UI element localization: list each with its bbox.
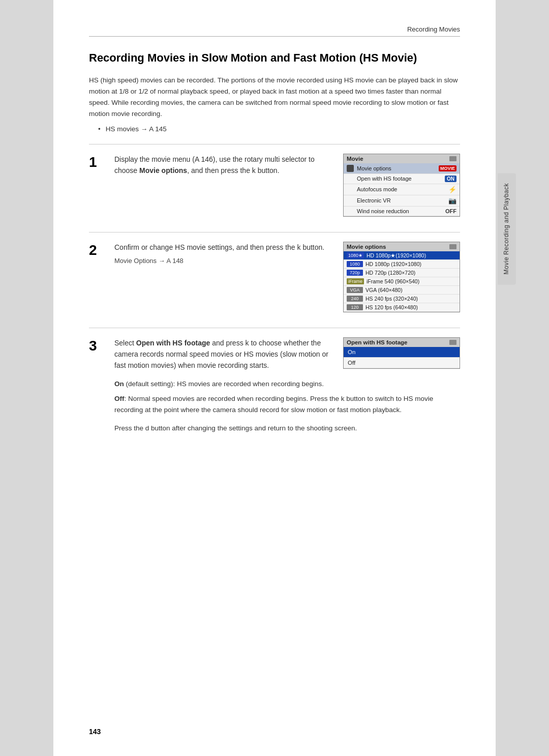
- header-title: Recording Movies: [407, 25, 460, 33]
- page-title: Recording Movies in Slow Motion and Fast…: [89, 51, 460, 66]
- res-row-iframe: iFrame iFrame 540 (960×540): [344, 277, 460, 286]
- intro-text: HS (high speed) movies can be recorded. …: [89, 75, 460, 120]
- page-content: Movie Recording and Playback Recording M…: [53, 0, 496, 756]
- page-header: Recording Movies: [89, 25, 460, 37]
- screen-2-icon: [449, 244, 456, 249]
- step-2-content: Confirm or change HS movie settings, and…: [114, 242, 460, 312]
- screen-row-hs-footage: Open with HS footage ON: [344, 174, 460, 184]
- side-tab: Movie Recording and Playback: [498, 173, 516, 284]
- res-row-vga: VGA VGA (640×480): [344, 286, 460, 295]
- hs-row-on: On: [344, 347, 460, 358]
- step-3-section: 3 Select Open with HS footage and press …: [89, 328, 460, 434]
- screen-3-titlebar: Open with HS footage: [344, 338, 460, 347]
- step-2-note: Movie Options → A 148: [114, 257, 333, 265]
- res-row-240fps: 240 HS 240 fps (320×240): [344, 295, 460, 303]
- af-icon: ⚡: [448, 186, 456, 193]
- step-2-text: Confirm or change HS movie settings, and…: [114, 242, 333, 253]
- page-number: 143: [89, 728, 101, 736]
- on-off-descriptions: On (default setting): HS movies are reco…: [114, 379, 460, 433]
- step-1-content: Display the movie menu (A 146), use the …: [114, 154, 460, 217]
- screen-row-evr: Electronic VR 📷: [344, 195, 460, 207]
- step-2-number: 2: [89, 243, 104, 258]
- step-3-number: 3: [89, 338, 104, 354]
- hs-row-off: Off: [344, 358, 460, 368]
- step-3-screen: Open with HS footage On Off: [343, 337, 460, 369]
- step-2-screen: Movie options 1080★ HD 1080p★(1920×1080)…: [343, 242, 460, 312]
- press-description: Press the d button after changing the se…: [114, 423, 460, 434]
- screen-3-icon: [449, 340, 456, 345]
- step-1-section: 1 Display the movie menu (A 146), use th…: [89, 144, 460, 217]
- on-description: On (default setting): HS movies are reco…: [114, 379, 460, 390]
- res-row-720p: 720p HD 720p (1280×720): [344, 269, 460, 277]
- screen-row-autofocus: Autofocus mode ⚡: [344, 184, 460, 195]
- step-1-number: 1: [89, 155, 104, 170]
- step-2-section: 2 Confirm or change HS movie settings, a…: [89, 232, 460, 312]
- screen-row-wind: Wind noise reduction OFF: [344, 207, 460, 216]
- res-row-1080: 1080 HD 1080p (1920×1080): [344, 260, 460, 269]
- step-3-content: Select Open with HS footage and press k …: [114, 337, 460, 434]
- bullet-hs-movies: HS movies → A 145: [98, 125, 460, 133]
- res-row-120fps: 120 HS 120 fps (640×480): [344, 303, 460, 312]
- step-1-screen: Movie Movie options MOVIE Open with HS f…: [343, 154, 460, 217]
- vr-icon: 📷: [448, 197, 456, 205]
- off-description: Off: Normal speed movies are recorded wh…: [114, 393, 460, 415]
- screen-1-titlebar: Movie: [344, 154, 460, 163]
- step-3-row: 3 Select Open with HS footage and press …: [89, 337, 460, 434]
- screen-2-titlebar: Movie options: [344, 242, 460, 251]
- movie-badge: MOVIE: [439, 165, 456, 171]
- step-3-text: Select Open with HS footage and press k …: [114, 337, 333, 371]
- screen-row-movie-options: Movie options MOVIE: [344, 163, 460, 174]
- screen-1-icon: [449, 156, 456, 161]
- camera-icon: [347, 165, 354, 172]
- step-1-text: Display the movie menu (A 146), use the …: [114, 154, 333, 177]
- res-row-1080star: 1080★ HD 1080p★(1920×1080): [344, 251, 460, 260]
